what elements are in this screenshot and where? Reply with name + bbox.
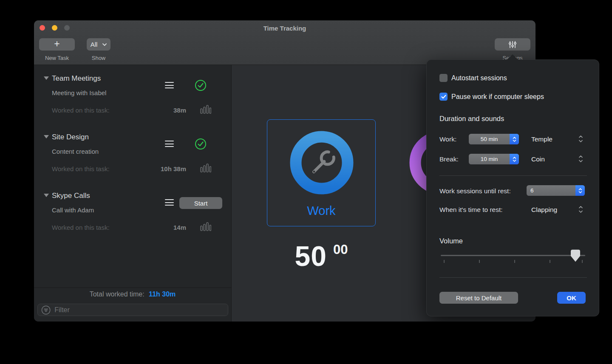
task-menu-icon[interactable]	[165, 199, 174, 206]
window-title: Time Tracking	[34, 25, 536, 32]
autostart-label: Autostart sessions	[451, 74, 507, 82]
popover-arrow	[507, 54, 518, 60]
filter-field[interactable]	[37, 304, 228, 316]
worked-time-label: Worked on this task:	[52, 224, 110, 231]
slider-tick	[582, 260, 583, 263]
chevron-up-down-icon[interactable]	[578, 205, 584, 214]
volume-slider-track[interactable]	[441, 255, 585, 256]
chevron-up-down-icon[interactable]	[578, 135, 584, 143]
desktop-background: Time Tracking + New Task All Show	[0, 0, 612, 364]
task-list-sidebar: Team Meetings Meeting with Isabel Worked…	[34, 65, 232, 322]
autostart-checkbox[interactable]	[439, 74, 448, 82]
slider-tick	[514, 260, 515, 263]
filter-input[interactable]	[54, 306, 224, 314]
task-menu-icon[interactable]	[165, 82, 174, 88]
task-menu-icon[interactable]	[165, 141, 174, 147]
volume-header: Volume	[439, 237, 463, 245]
worked-time-label: Worked on this task:	[52, 165, 110, 172]
task-stats-icon[interactable]	[200, 221, 211, 231]
stepper-icon	[510, 154, 519, 164]
stepper-icon	[510, 134, 519, 144]
duration-sounds-header: Duration and sounds	[439, 115, 504, 123]
disclosure-triangle-icon[interactable]	[44, 194, 49, 197]
work-duration-popup[interactable]: 50 min	[469, 134, 519, 144]
total-worked-time: Total worked time: 11h 30m	[34, 291, 231, 298]
reset-to-default-button[interactable]: Reset to Default	[439, 292, 518, 304]
rest-sound-label: When it's time to rest:	[439, 206, 503, 214]
new-task-button[interactable]: +	[39, 38, 75, 51]
slider-tick	[444, 260, 445, 263]
wrench-icon	[304, 144, 341, 182]
disclosure-triangle-icon[interactable]	[44, 135, 49, 138]
settings-popover: Autostart sessions Pause work if compute…	[426, 59, 599, 316]
popover-divider	[439, 277, 587, 278]
window-header: Time Tracking + New Task All Show	[34, 20, 536, 65]
sessions-until-rest-value: 6	[527, 187, 575, 194]
stepper-icon	[575, 185, 585, 196]
task-group-title[interactable]: Team Meetings	[52, 74, 101, 83]
pause-sleep-label: Pause work if computer sleeps	[451, 93, 544, 101]
popover-divider	[439, 175, 587, 176]
task-stats-icon[interactable]	[200, 104, 211, 114]
chevron-up-down-icon[interactable]	[578, 155, 584, 163]
work-duration-value: 50 min	[469, 136, 510, 142]
autostart-sessions-row[interactable]: Autostart sessions	[439, 74, 507, 82]
settings-button[interactable]	[495, 38, 530, 51]
work-session-card[interactable]: Work	[267, 119, 376, 226]
subtask-title[interactable]: Content creation	[52, 148, 99, 155]
show-filter-dropdown[interactable]: All	[87, 38, 110, 51]
break-sound-dropdown[interactable]: Coin	[531, 155, 545, 163]
start-task-button[interactable]: Start	[179, 197, 222, 209]
rest-sound-dropdown[interactable]: Clapping	[531, 206, 557, 214]
task-group-title[interactable]: Site Design	[52, 133, 89, 141]
worked-time-value: 10h 38m	[131, 165, 186, 172]
slider-tick	[550, 260, 550, 263]
total-worked-value: 11h 30m	[149, 291, 176, 298]
plus-icon: +	[54, 39, 60, 49]
new-task-label: New Task	[39, 55, 75, 61]
checkmark-icon	[441, 95, 446, 99]
show-filter-value: All	[91, 41, 98, 48]
break-duration-label: Break:	[439, 155, 459, 163]
chevron-down-icon	[102, 43, 107, 46]
sliders-icon	[508, 40, 517, 49]
subtask-title[interactable]: Meeting with Isabel	[52, 89, 106, 96]
timer-minutes: 50	[295, 240, 327, 272]
task-group-title[interactable]: Skype Calls	[52, 192, 90, 200]
sessions-until-rest-label: Work sessions until rest:	[439, 187, 511, 195]
ok-button[interactable]: OK	[557, 292, 586, 304]
work-duration-label: Work:	[439, 135, 456, 143]
break-duration-value: 10 min	[469, 156, 510, 162]
show-filter-label: Show	[87, 55, 110, 61]
worked-time-value: 14m	[131, 224, 186, 231]
subtask-title[interactable]: Call with Adam	[52, 206, 94, 214]
session-timer: 5000	[267, 240, 376, 272]
volume-slider-thumb[interactable]	[570, 249, 581, 262]
slider-tick	[479, 260, 480, 263]
sessions-until-rest-popup[interactable]: 6	[527, 185, 585, 196]
work-card-label: Work	[267, 204, 375, 218]
filter-icon	[41, 305, 51, 315]
pause-sleep-checkbox[interactable]	[439, 93, 448, 101]
task-completed-icon[interactable]	[195, 79, 207, 91]
timer-seconds: 00	[333, 242, 348, 257]
worked-time-label: Worked on this task:	[52, 107, 110, 114]
task-completed-icon[interactable]	[195, 138, 207, 150]
total-worked-label: Total worked time:	[90, 291, 144, 298]
sidebar-divider	[34, 288, 231, 288]
task-stats-icon[interactable]	[200, 163, 211, 173]
disclosure-triangle-icon[interactable]	[44, 76, 49, 80]
pause-sleep-row[interactable]: Pause work if computer sleeps	[439, 93, 544, 101]
break-duration-popup[interactable]: 10 min	[469, 154, 519, 164]
worked-time-value: 38m	[131, 107, 186, 114]
work-sound-dropdown[interactable]: Temple	[531, 135, 552, 143]
